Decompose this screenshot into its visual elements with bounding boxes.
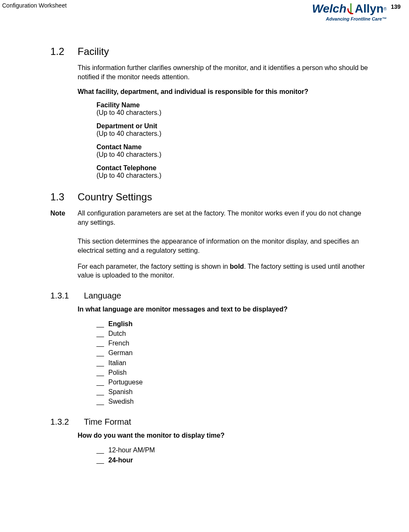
header-title: Configuration Worksheet — [2, 2, 67, 9]
option-dutch[interactable]: __ Dutch — [96, 329, 371, 338]
section-1-3-1-heading: 1.3.1 Language — [50, 291, 371, 301]
option-polish[interactable]: __ Polish — [96, 368, 371, 377]
option-english[interactable]: __ English — [96, 319, 371, 329]
time-format-options: __ 12-hour AM/PM __ 24-hour — [96, 445, 371, 465]
section-1-3-heading: 1.3 Country Settings — [50, 191, 371, 203]
field-department: Department or Unit (Up to 40 characters.… — [96, 122, 371, 138]
logo-welch-text: Welch — [312, 2, 346, 16]
option-12-hour[interactable]: __ 12-hour AM/PM — [96, 445, 371, 455]
option-italian[interactable]: __ Italian — [96, 358, 371, 368]
brand-logo: Welch Allyn ® Advancing Frontline Care™ — [312, 2, 387, 21]
field-facility-name: Facility Name (Up to 40 characters.) — [96, 101, 371, 117]
option-german[interactable]: __ German — [96, 348, 371, 358]
page-number: 139 — [391, 3, 401, 10]
logo-mark-icon — [347, 3, 354, 14]
field-contact-name: Contact Name (Up to 40 characters.) — [96, 143, 371, 158]
field-contact-telephone: Contact Telephone (Up to 40 characters.) — [96, 164, 371, 179]
section-1-2-heading: 1.2 Facility — [50, 46, 371, 57]
language-options: __ English __ Dutch __ French __ German … — [96, 319, 371, 407]
option-swedish[interactable]: __ Swedish — [96, 397, 371, 406]
option-french[interactable]: __ French — [96, 338, 371, 348]
registered-icon: ® — [383, 7, 386, 11]
section-1-3-note: Note All configuration parameters are se… — [50, 209, 371, 227]
option-spanish[interactable]: __ Spanish — [96, 387, 371, 397]
section-1-3-2-heading: 1.3.2 Time Format — [50, 417, 371, 427]
section-1-3-2-question: How do you want the monitor to display t… — [78, 432, 371, 439]
option-24-hour[interactable]: __ 24-hour — [96, 455, 371, 465]
section-1-3-1-question: In what language are monitor messages an… — [78, 306, 371, 313]
section-1-2-question: What facility, department, and individua… — [78, 88, 371, 96]
section-1-3-para1: This section determines the appearance o… — [78, 237, 371, 255]
option-portuguese[interactable]: __ Portuguese — [96, 377, 371, 387]
section-1-2-intro: This information further clarifies owner… — [78, 63, 371, 81]
logo-tagline: Advancing Frontline Care™ — [312, 16, 387, 21]
logo-allyn-text: Allyn — [355, 2, 383, 16]
section-1-3-para2: For each parameter, the factory setting … — [78, 262, 371, 280]
